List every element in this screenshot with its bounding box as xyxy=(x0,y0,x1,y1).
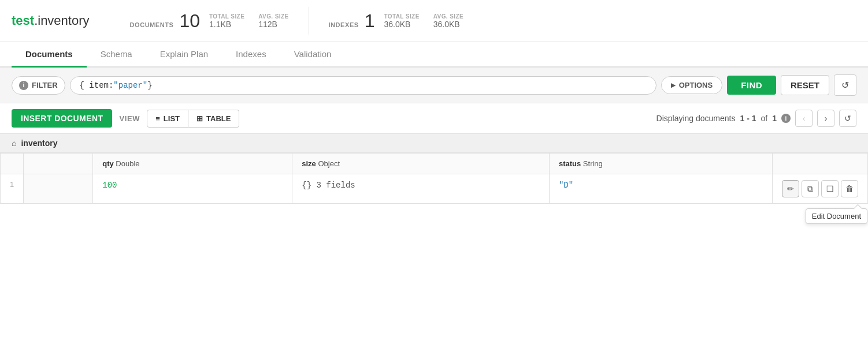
stats-group: DOCUMENTS 10 TOTAL SIZE 1.1KB AVG. SIZE … xyxy=(113,7,481,35)
tab-schema[interactable]: Schema xyxy=(87,42,146,68)
edit-icon: ✏ xyxy=(787,184,794,193)
col-status-name: status xyxy=(559,159,581,168)
filter-label: FILTER xyxy=(32,81,58,89)
col-status-type: String xyxy=(583,159,603,168)
prev-page-button[interactable]: ‹ xyxy=(795,110,813,127)
row-status-cell: "D" xyxy=(549,174,772,204)
total-size-idx-label: TOTAL SIZE xyxy=(384,13,419,20)
tabs: Documents Schema Explain Plan Indexes Va… xyxy=(0,42,868,68)
options-label: OPTIONS xyxy=(679,81,713,89)
collection-header: ⌂ inventory xyxy=(0,134,868,153)
row-size-cell: {} 3 fields xyxy=(292,174,550,204)
edit-document-button[interactable]: ✏ xyxy=(782,180,799,197)
idx-avg-size: AVG. SIZE 36.0KB xyxy=(433,13,463,29)
data-table: qty Double size Object status String xyxy=(0,153,868,204)
view-label: VIEW xyxy=(119,114,140,123)
view-toggle: ≡ LIST ⊞ TABLE xyxy=(147,110,239,128)
col-size-type: Object xyxy=(318,159,340,168)
triangle-icon: ▶ xyxy=(671,82,676,88)
reset-button[interactable]: RESET xyxy=(781,75,829,95)
display-range: 1 - 1 xyxy=(740,114,756,123)
idx-total-size: TOTAL SIZE 36.0KB xyxy=(384,13,419,29)
tab-validation[interactable]: Validation xyxy=(280,42,346,68)
avg-size-idx-value: 36.0KB xyxy=(433,20,460,29)
row-actions: ✏ ⧉ ❏ 🗑 xyxy=(782,180,858,197)
table-label: TABLE xyxy=(206,114,231,123)
status-value: "D" xyxy=(559,181,573,190)
col-status: status String xyxy=(549,154,772,174)
list-label: LIST xyxy=(164,114,180,123)
display-info: Displaying documents 1 - 1 of 1 i ‹ › ↺ xyxy=(656,110,856,127)
table-container: ⌂ inventory qty Double size Object xyxy=(0,134,868,204)
filter-query-display: { item: "paper" } xyxy=(70,76,656,95)
refresh-results-button[interactable]: ↺ xyxy=(839,110,856,127)
avg-size-docs-value: 112B xyxy=(258,20,277,29)
documents-count: 10 xyxy=(179,10,200,32)
col-row-num xyxy=(1,154,24,174)
next-page-button[interactable]: › xyxy=(817,110,834,127)
idx-sizes: TOTAL SIZE 36.0KB AVG. SIZE 36.0KB xyxy=(384,13,463,29)
delete-document-button[interactable]: 🗑 xyxy=(841,180,858,197)
total-size-docs-value: 1.1KB xyxy=(209,20,231,29)
find-button[interactable]: FIND xyxy=(727,76,776,95)
row-number: 1 xyxy=(1,174,24,204)
doc-sizes: TOTAL SIZE 1.1KB AVG. SIZE 112B xyxy=(209,13,289,29)
tab-indexes[interactable]: Indexes xyxy=(222,42,280,68)
avg-size-label: AVG. SIZE xyxy=(258,13,288,20)
table-row: 1 100 {} 3 fields "D" ✏ xyxy=(1,174,868,204)
col-qty-type: Double xyxy=(116,159,139,168)
table-view-button[interactable]: ⊞ TABLE xyxy=(188,110,239,128)
col-size: size Object xyxy=(292,154,550,174)
doc-total-size: TOTAL SIZE 1.1KB xyxy=(209,13,244,29)
indexes-label: INDEXES xyxy=(329,21,359,28)
list-view-button[interactable]: ≡ LIST xyxy=(147,110,188,128)
action-bar: INSERT DOCUMENT VIEW ≡ LIST ⊞ TABLE Disp… xyxy=(0,103,868,134)
col-actions xyxy=(773,154,868,174)
copy-icon: ⧉ xyxy=(807,184,813,194)
copy-document-button[interactable]: ⧉ xyxy=(802,180,819,197)
row-actions-cell: ✏ ⧉ ❏ 🗑 Edit Document xyxy=(773,174,868,204)
options-button[interactable]: ▶ OPTIONS xyxy=(661,76,723,94)
clone-document-button[interactable]: ❏ xyxy=(821,180,839,197)
doc-avg-size: AVG. SIZE 112B xyxy=(258,13,288,29)
documents-label: DOCUMENTS xyxy=(130,21,174,28)
idx-label-count: INDEXES 1 xyxy=(329,10,375,32)
refresh-button[interactable]: ↺ xyxy=(834,74,856,96)
delete-icon: 🗑 xyxy=(845,184,854,193)
col-size-name: size xyxy=(302,159,316,168)
display-of: of xyxy=(761,114,768,123)
edit-tooltip: Edit Document xyxy=(806,208,867,224)
list-icon: ≡ xyxy=(155,114,160,123)
col-qty-name: qty xyxy=(102,159,114,168)
total-size-label: TOTAL SIZE xyxy=(209,13,244,20)
table-icon: ⊞ xyxy=(196,114,203,123)
app-container: test.inventory DOCUMENTS 10 TOTAL SIZE 1… xyxy=(0,0,868,344)
clone-icon: ❏ xyxy=(826,184,834,193)
filter-toolbar: i FILTER { item: "paper" } ▶ OPTIONS FIN… xyxy=(0,68,868,103)
insert-document-button[interactable]: INSERT DOCUMENT xyxy=(12,109,112,128)
display-info-icon: i xyxy=(781,114,791,123)
col-id xyxy=(24,154,93,174)
home-icon: ⌂ xyxy=(12,139,16,148)
stats-divider xyxy=(309,7,309,35)
display-text: Displaying documents xyxy=(656,114,736,123)
total-size-idx-value: 36.0KB xyxy=(384,20,410,29)
row-qty-cell: 100 xyxy=(93,174,292,204)
filter-query-suffix: } xyxy=(147,81,152,90)
tab-explain-plan[interactable]: Explain Plan xyxy=(146,42,222,68)
filter-info-icon: i xyxy=(19,81,28,90)
collection-name-header: inventory xyxy=(38,13,89,28)
table-header-row: qty Double size Object status String xyxy=(1,154,868,174)
indexes-count: 1 xyxy=(365,10,375,32)
size-value: {} 3 fields xyxy=(302,181,355,190)
indexes-stat: INDEXES 1 TOTAL SIZE 36.0KB AVG. SIZE 36… xyxy=(311,10,481,32)
filter-button[interactable]: i FILTER xyxy=(12,76,65,95)
display-count: 1 xyxy=(772,114,777,123)
tab-documents[interactable]: Documents xyxy=(12,42,87,68)
row-id-cell xyxy=(24,174,93,204)
filter-query-value: "paper" xyxy=(113,81,147,90)
qty-value: 100 xyxy=(102,181,117,190)
documents-stat: DOCUMENTS 10 TOTAL SIZE 1.1KB AVG. SIZE … xyxy=(113,10,306,32)
doc-label-count: DOCUMENTS 10 xyxy=(130,10,200,32)
avg-size-idx-label: AVG. SIZE xyxy=(433,13,463,20)
